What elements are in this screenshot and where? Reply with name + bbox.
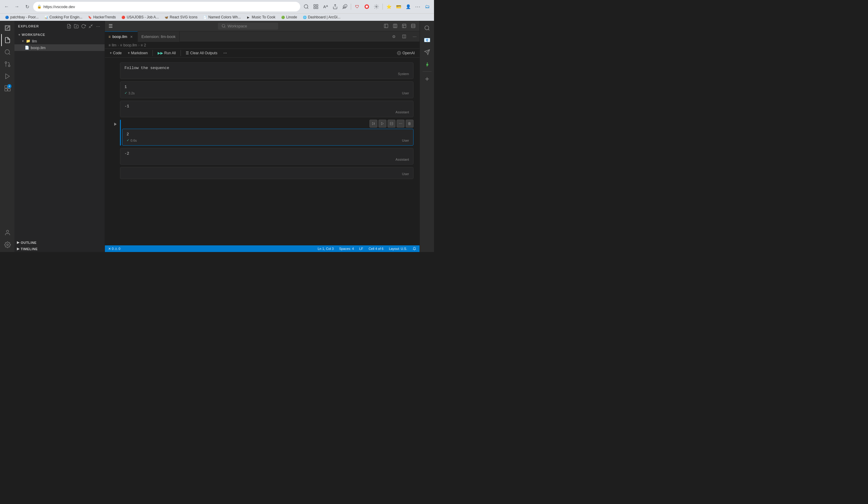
notification-bell[interactable] bbox=[412, 247, 417, 250]
bookmark-patchbay[interactable]: 🔵 patchbay - Poor... bbox=[2, 14, 41, 20]
markdown-label: Markdown bbox=[131, 51, 148, 55]
refresh-btn[interactable] bbox=[81, 23, 86, 29]
activity-item-source-control[interactable] bbox=[1, 58, 13, 70]
tab-extension[interactable]: Extension: llm-book bbox=[138, 31, 179, 42]
breadcrumb-cell-icon: ≡ bbox=[141, 43, 143, 47]
run-all-btn[interactable]: ▶▶ Run All bbox=[155, 50, 178, 56]
bookmark-reactsvg[interactable]: 🦋 React SVG Icons bbox=[162, 14, 200, 20]
more-options-btn[interactable]: ⋯ bbox=[95, 23, 101, 29]
activity-item-account[interactable] bbox=[1, 227, 13, 239]
clear-outputs-btn[interactable]: ☰ Clear All Outputs bbox=[183, 50, 220, 56]
activity-item-files[interactable] bbox=[1, 34, 13, 46]
cell-run-btn[interactable] bbox=[111, 120, 120, 146]
cell-split-btn[interactable] bbox=[388, 120, 395, 127]
cell-user2[interactable]: 2 ✓ 0.6s User bbox=[122, 129, 413, 146]
gear-btn[interactable]: ⚙ bbox=[390, 32, 398, 40]
vivaldi-btn[interactable] bbox=[363, 2, 371, 11]
breadcrumb-cell[interactable]: ≡ 2 bbox=[141, 43, 146, 47]
activity-item-settings[interactable] bbox=[1, 239, 13, 251]
workspace-item[interactable]: ▼ WORKSPACE bbox=[14, 32, 105, 38]
profile-avatar[interactable]: 👤 bbox=[404, 2, 412, 11]
new-file-btn[interactable] bbox=[66, 23, 72, 29]
panel-split-btn[interactable] bbox=[400, 22, 408, 30]
svg-point-0 bbox=[304, 4, 308, 8]
layout-btn[interactable] bbox=[409, 22, 417, 30]
aa-btn[interactable]: Aᴬ bbox=[321, 2, 330, 11]
add-markdown-btn[interactable]: + Markdown bbox=[125, 50, 150, 56]
more-btn[interactable]: ⋯ bbox=[413, 2, 422, 11]
cell-system[interactable]: Follow the sequence System bbox=[120, 62, 413, 79]
tab-boop-close[interactable]: × bbox=[129, 34, 134, 39]
collapse-btn[interactable] bbox=[88, 23, 94, 29]
bookmarks-btn[interactable]: ⭐ bbox=[384, 2, 393, 11]
more-toolbar-btn[interactable]: ⋯ bbox=[221, 50, 229, 56]
back-button[interactable]: ← bbox=[2, 2, 11, 11]
address-bar[interactable]: 🔒 https://vscode.dev bbox=[33, 2, 300, 11]
activity-item-explorer[interactable] bbox=[1, 22, 13, 34]
profile-btn[interactable] bbox=[302, 2, 310, 11]
bookmark-usajobs[interactable]: 🔴 USAJOBS - Job A... bbox=[119, 14, 161, 20]
cell-wrapper-user2: ⋯ 🗑 2 ✓ 0.6s User bbox=[111, 120, 413, 146]
cell-run-above-btn[interactable] bbox=[370, 120, 378, 127]
hamburger-icon[interactable]: ☰ bbox=[107, 22, 114, 30]
layout-item[interactable]: Layout: U.S. bbox=[388, 247, 408, 250]
cell-info-item[interactable]: Cell 4 of 6 bbox=[368, 247, 384, 250]
more-tab-btn[interactable]: ⋯ bbox=[411, 32, 418, 40]
wallet-btn[interactable]: 💳 bbox=[394, 2, 403, 11]
reload-button[interactable]: ↻ bbox=[23, 2, 31, 11]
bookmark-hacktrends[interactable]: 🔖 HackerTrends bbox=[85, 14, 118, 20]
status-error-btn[interactable]: ✕ 0 ⚠ 0 bbox=[107, 247, 121, 251]
cell-user3[interactable]: User bbox=[120, 167, 413, 179]
settings-sync-btn[interactable] bbox=[372, 2, 381, 11]
bookmark-cooking[interactable]: 📊 Cooking For Engin... bbox=[42, 14, 85, 20]
ln-col-item[interactable]: Ln 1, Col 3 bbox=[317, 247, 334, 250]
cell-run-below-btn[interactable] bbox=[379, 120, 386, 127]
grid-btn[interactable] bbox=[312, 2, 320, 11]
panel-left-btn[interactable] bbox=[382, 22, 390, 30]
right-add-btn[interactable] bbox=[421, 73, 433, 85]
right-search-btn[interactable] bbox=[421, 22, 433, 34]
activity-item-search[interactable] bbox=[1, 46, 13, 58]
cell-user1[interactable]: 1 ✓ 3.2s User bbox=[120, 81, 413, 98]
breadcrumb-file[interactable]: ≡ boop.llm bbox=[120, 43, 137, 47]
extension-btn[interactable] bbox=[341, 2, 349, 11]
cell-assistant1-content: -1 bbox=[124, 104, 409, 109]
openai-btn[interactable]: OpenAI bbox=[394, 50, 417, 56]
cell-delete-btn[interactable]: 🗑 bbox=[406, 120, 413, 127]
line-ending-item[interactable]: LF bbox=[358, 247, 364, 250]
right-plane-btn[interactable] bbox=[421, 46, 433, 58]
bookmark-linode[interactable]: 🟢 Linode bbox=[278, 14, 300, 20]
bookmark-musictocook[interactable]: ▶ Music To Cook bbox=[244, 14, 278, 20]
share-btn[interactable] bbox=[331, 2, 339, 11]
activity-item-run[interactable] bbox=[1, 70, 13, 82]
bookmark-namedcolors[interactable]: 📄 Named Colors Wh... bbox=[200, 14, 243, 20]
cell-more-btn[interactable]: ⋯ bbox=[397, 120, 404, 127]
add-code-btn[interactable]: + Code bbox=[107, 50, 124, 56]
cell-assistant1[interactable]: -1 Assistant bbox=[120, 101, 413, 117]
tab-boop[interactable]: ≡ boop.llm × bbox=[105, 31, 138, 42]
plane-icon bbox=[424, 49, 430, 55]
timeline-section[interactable]: ▶ TIMELINE bbox=[14, 246, 105, 252]
workspace-search-bar[interactable]: Workspace bbox=[218, 23, 278, 30]
cell-run-spacer5 bbox=[111, 167, 120, 179]
folder-llm[interactable]: ▼ 📁 llm bbox=[14, 38, 105, 44]
panel-center-btn[interactable] bbox=[391, 22, 399, 30]
breadcrumb-llm[interactable]: ≡ llm bbox=[108, 43, 116, 47]
bookmark-dashboard[interactable]: 🌐 Dashboard | ArcGl... bbox=[300, 14, 343, 20]
spaces-item[interactable]: Spaces: 4 bbox=[338, 247, 355, 250]
sidebar-right-btn[interactable]: 🗂 bbox=[423, 2, 432, 11]
error-icon: ✕ bbox=[108, 247, 111, 251]
right-outlook-btn[interactable]: 📧 bbox=[421, 34, 433, 46]
right-tree-btn[interactable] bbox=[421, 58, 433, 70]
cell-assistant2[interactable]: -2 Assistant bbox=[120, 148, 413, 165]
file-boop[interactable]: 📄 boop.llm bbox=[14, 44, 105, 51]
outline-section[interactable]: ▶ OUTLINE bbox=[14, 239, 105, 246]
outline-label: OUTLINE bbox=[21, 241, 37, 245]
new-folder-btn[interactable] bbox=[73, 23, 79, 29]
split-editor-btn[interactable] bbox=[400, 32, 408, 40]
forward-button[interactable]: → bbox=[13, 2, 21, 11]
ublock-btn[interactable]: 🛡 bbox=[353, 2, 361, 11]
activity-item-extensions[interactable]: 4 bbox=[1, 82, 13, 94]
svg-marker-54 bbox=[373, 122, 375, 125]
timing-value2: 0.6s bbox=[131, 138, 137, 142]
